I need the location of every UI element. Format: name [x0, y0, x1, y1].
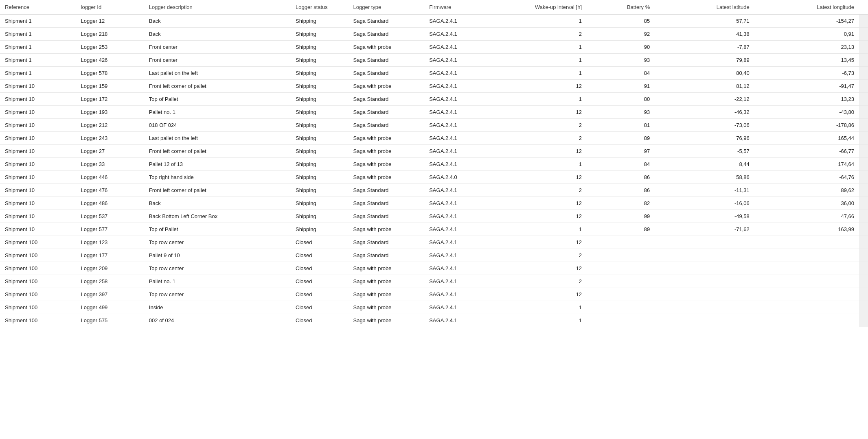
col-header-longitude[interactable]: Latest longitude	[754, 0, 859, 15]
table-row[interactable]: Shipment 100Logger 123Top row centerClos…	[0, 236, 868, 249]
cell-latitude: -22,12	[655, 93, 754, 106]
cell-loggerId: Logger 27	[76, 145, 144, 158]
table-row[interactable]: Shipment 10Logger 27Front left corner of…	[0, 145, 868, 158]
table-row[interactable]: Shipment 100Logger 177Pallet 9 of 10Clos…	[0, 249, 868, 262]
cell-firmware: SAGA.2.4.1	[424, 249, 492, 262]
cell-type: Saga Standard	[349, 106, 425, 119]
cell-status: Shipping	[291, 171, 349, 184]
table-row[interactable]: Shipment 10Logger 446Top right hand side…	[0, 171, 868, 184]
cell-battery: 97	[587, 145, 655, 158]
cell-loggerId: Logger 446	[76, 171, 144, 184]
col-header-battery[interactable]: Battery %	[587, 0, 655, 15]
cell-type: Saga Standard	[349, 119, 425, 132]
cell-type: Saga with probe	[349, 158, 425, 171]
cell-battery: 84	[587, 67, 655, 80]
cell-reference: Shipment 1	[0, 41, 76, 54]
table-row[interactable]: Shipment 10Logger 159Front left corner o…	[0, 80, 868, 93]
cell-status: Shipping	[291, 41, 349, 54]
cell-reference: Shipment 10	[0, 197, 76, 210]
cell-loggerId: Logger 218	[76, 28, 144, 41]
cell-firmware: SAGA.2.4.1	[424, 275, 492, 288]
cell-latitude: -73,06	[655, 119, 754, 132]
table-row[interactable]: Shipment 10Logger 172Top of PalletShippi…	[0, 93, 868, 106]
table-row[interactable]: Shipment 10Logger 476Front left corner o…	[0, 184, 868, 197]
cell-reference: Shipment 1	[0, 28, 76, 41]
cell-wakeup: 1	[492, 54, 587, 67]
cell-longitude: -6,73	[754, 67, 859, 80]
cell-firmware: SAGA.2.4.1	[424, 223, 492, 236]
cell-longitude	[754, 249, 859, 262]
col-header-type[interactable]: Logger type	[349, 0, 425, 15]
cell-battery	[587, 275, 655, 288]
table-row[interactable]: Shipment 1Logger 253Front centerShipping…	[0, 41, 868, 54]
cell-type: Saga with probe	[349, 262, 425, 275]
cell-status: Shipping	[291, 145, 349, 158]
cell-wakeup: 1	[492, 41, 587, 54]
cell-description: Inside	[144, 301, 291, 314]
scrollbar-cell	[859, 249, 868, 262]
col-header-status[interactable]: Logger status	[291, 0, 349, 15]
cell-status: Closed	[291, 236, 349, 249]
table-row[interactable]: Shipment 10Logger 486BackShippingSaga St…	[0, 197, 868, 210]
cell-description: Top of Pallet	[144, 223, 291, 236]
col-header-loggerId[interactable]: logger Id	[76, 0, 144, 15]
cell-reference: Shipment 10	[0, 184, 76, 197]
cell-battery	[587, 249, 655, 262]
cell-longitude: 36,00	[754, 197, 859, 210]
cell-battery: 93	[587, 106, 655, 119]
cell-latitude: 81,12	[655, 80, 754, 93]
table-row[interactable]: Shipment 10Logger 212018 OF 024ShippingS…	[0, 119, 868, 132]
cell-description: 002 of 024	[144, 314, 291, 327]
cell-longitude	[754, 301, 859, 314]
table-row[interactable]: Shipment 10Logger 537Back Bottom Left Co…	[0, 210, 868, 223]
col-header-description[interactable]: Logger description	[144, 0, 291, 15]
cell-wakeup: 1	[492, 223, 587, 236]
cell-description: Front center	[144, 41, 291, 54]
scrollbar-cell	[859, 119, 868, 132]
table-row[interactable]: Shipment 1Logger 578Last pallet on the l…	[0, 67, 868, 80]
col-header-reference[interactable]: Reference	[0, 0, 76, 15]
cell-reference: Shipment 10	[0, 210, 76, 223]
table-row[interactable]: Shipment 100Logger 209Top row centerClos…	[0, 262, 868, 275]
cell-firmware: SAGA.2.4.1	[424, 132, 492, 145]
cell-status: Shipping	[291, 184, 349, 197]
table-row[interactable]: Shipment 1Logger 426Front centerShipping…	[0, 54, 868, 67]
cell-type: Saga with probe	[349, 223, 425, 236]
col-header-wakeup[interactable]: Wake-up interval [h]	[492, 0, 587, 15]
cell-firmware: SAGA.2.4.1	[424, 28, 492, 41]
cell-status: Shipping	[291, 93, 349, 106]
cell-type: Saga with probe	[349, 171, 425, 184]
cell-longitude: 89,62	[754, 184, 859, 197]
cell-firmware: SAGA.2.4.0	[424, 171, 492, 184]
cell-status: Shipping	[291, 54, 349, 67]
cell-battery	[587, 314, 655, 327]
table-container[interactable]: Referencelogger IdLogger descriptionLogg…	[0, 0, 868, 327]
cell-type: Saga Standard	[349, 236, 425, 249]
col-header-latitude[interactable]: Latest latitude	[655, 0, 754, 15]
cell-longitude: 13,45	[754, 54, 859, 67]
cell-longitude	[754, 314, 859, 327]
table-row[interactable]: Shipment 10Logger 577Top of PalletShippi…	[0, 223, 868, 236]
scrollbar-cell	[859, 132, 868, 145]
table-row[interactable]: Shipment 100Logger 575002 of 024ClosedSa…	[0, 314, 868, 327]
table-row[interactable]: Shipment 1Logger 12BackShippingSaga Stan…	[0, 15, 868, 28]
table-row[interactable]: Shipment 10Logger 243Last pallet on the …	[0, 132, 868, 145]
cell-loggerId: Logger 193	[76, 106, 144, 119]
cell-status: Shipping	[291, 67, 349, 80]
table-row[interactable]: Shipment 10Logger 193Pallet no. 1Shippin…	[0, 106, 868, 119]
cell-loggerId: Logger 426	[76, 54, 144, 67]
cell-longitude: -178,86	[754, 119, 859, 132]
table-row[interactable]: Shipment 10Logger 33Pallet 12 of 13Shipp…	[0, 158, 868, 171]
cell-loggerId: Logger 12	[76, 15, 144, 28]
cell-loggerId: Logger 397	[76, 288, 144, 301]
cell-firmware: SAGA.2.4.1	[424, 67, 492, 80]
table-row[interactable]: Shipment 100Logger 397Top row centerClos…	[0, 288, 868, 301]
table-row[interactable]: Shipment 100Logger 258Pallet no. 1Closed…	[0, 275, 868, 288]
cell-type: Saga with probe	[349, 301, 425, 314]
cell-loggerId: Logger 33	[76, 158, 144, 171]
cell-wakeup: 12	[492, 106, 587, 119]
scrollbar-cell	[859, 80, 868, 93]
table-row[interactable]: Shipment 100Logger 499InsideClosedSaga w…	[0, 301, 868, 314]
table-row[interactable]: Shipment 1Logger 218BackShippingSaga Sta…	[0, 28, 868, 41]
col-header-firmware[interactable]: Firmware	[424, 0, 492, 15]
